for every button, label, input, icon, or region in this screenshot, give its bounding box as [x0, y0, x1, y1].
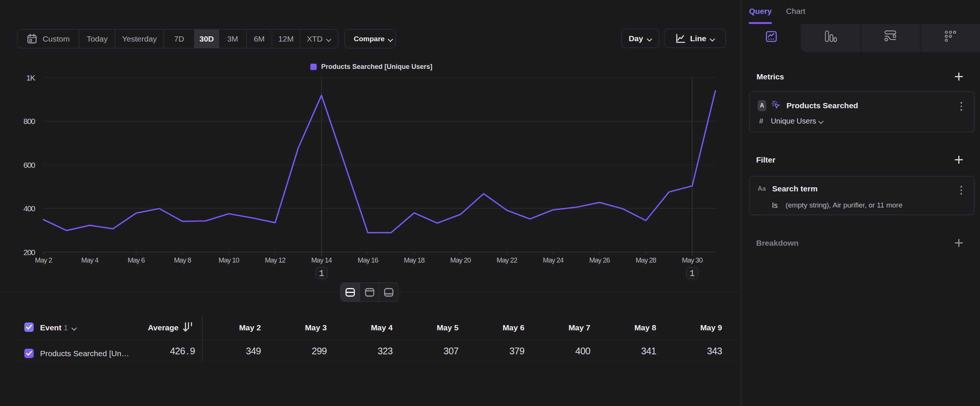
svg-text:May 26: May 26 — [589, 256, 610, 264]
svg-text:May 14: May 14 — [311, 256, 332, 264]
svg-text:May 10: May 10 — [219, 256, 239, 264]
svg-text:May 28: May 28 — [636, 256, 656, 264]
svg-text:1: 1 — [689, 269, 695, 279]
svg-text:400: 400 — [23, 204, 35, 213]
svg-text:800: 800 — [23, 117, 35, 126]
svg-text:May 18: May 18 — [404, 256, 425, 264]
svg-text:May 6: May 6 — [128, 256, 145, 264]
svg-text:May 22: May 22 — [497, 256, 517, 264]
svg-text:May 30: May 30 — [682, 256, 703, 264]
svg-text:May 16: May 16 — [358, 256, 378, 264]
svg-text:200: 200 — [23, 248, 35, 256]
svg-text:May 20: May 20 — [450, 256, 471, 264]
svg-text:May 8: May 8 — [174, 256, 191, 264]
svg-text:1K: 1K — [26, 73, 35, 82]
svg-text:May 2: May 2 — [35, 256, 52, 264]
svg-text:May 24: May 24 — [543, 256, 563, 264]
svg-text:1: 1 — [319, 269, 324, 279]
svg-text:May 12: May 12 — [265, 256, 286, 264]
svg-text:600: 600 — [23, 161, 35, 169]
svg-text:May 4: May 4 — [81, 256, 99, 264]
